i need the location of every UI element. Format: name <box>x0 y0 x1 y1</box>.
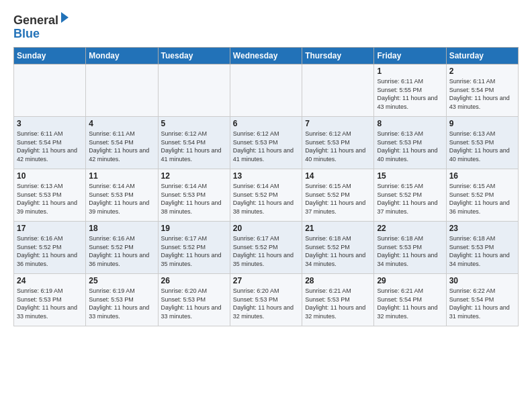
day-info: Sunrise: 6:14 AM Sunset: 5:53 PM Dayligh… <box>89 182 154 216</box>
week-row-5: 24Sunrise: 6:19 AM Sunset: 5:53 PM Dayli… <box>14 274 519 326</box>
day-number: 18 <box>89 224 154 233</box>
svg-text:Blue: Blue <box>13 27 40 40</box>
day-cell: 25Sunrise: 6:19 AM Sunset: 5:53 PM Dayli… <box>86 274 158 326</box>
day-cell: 7Sunrise: 6:12 AM Sunset: 5:53 PM Daylig… <box>302 117 374 169</box>
day-cell <box>86 64 158 117</box>
day-number: 24 <box>17 276 83 285</box>
day-number: 11 <box>89 171 154 181</box>
day-cell: 4Sunrise: 6:11 AM Sunset: 5:54 PM Daylig… <box>86 117 158 169</box>
day-cell: 19Sunrise: 6:17 AM Sunset: 5:52 PM Dayli… <box>158 222 230 274</box>
day-info: Sunrise: 6:20 AM Sunset: 5:53 PM Dayligh… <box>233 287 299 320</box>
day-number: 20 <box>233 224 299 233</box>
day-header-wednesday: Wednesday <box>230 48 302 64</box>
day-number: 14 <box>305 171 371 181</box>
day-cell: 17Sunrise: 6:16 AM Sunset: 5:52 PM Dayli… <box>14 222 86 274</box>
day-cell: 18Sunrise: 6:16 AM Sunset: 5:52 PM Dayli… <box>86 222 158 274</box>
day-number: 12 <box>161 171 227 181</box>
day-header-sunday: Sunday <box>14 48 86 64</box>
day-cell: 12Sunrise: 6:14 AM Sunset: 5:53 PM Dayli… <box>158 169 230 222</box>
day-info: Sunrise: 6:22 AM Sunset: 5:54 PM Dayligh… <box>449 287 515 320</box>
day-info: Sunrise: 6:16 AM Sunset: 5:52 PM Dayligh… <box>17 234 83 268</box>
header-row: SundayMondayTuesdayWednesdayThursdayFrid… <box>14 48 519 64</box>
day-info: Sunrise: 6:19 AM Sunset: 5:53 PM Dayligh… <box>17 287 83 320</box>
day-cell: 6Sunrise: 6:12 AM Sunset: 5:53 PM Daylig… <box>230 117 302 169</box>
day-info: Sunrise: 6:14 AM Sunset: 5:53 PM Dayligh… <box>161 182 227 216</box>
day-number: 13 <box>233 171 299 181</box>
day-number: 1 <box>377 66 443 76</box>
day-cell: 23Sunrise: 6:18 AM Sunset: 5:53 PM Dayli… <box>446 222 518 274</box>
day-cell: 26Sunrise: 6:20 AM Sunset: 5:53 PM Dayli… <box>158 274 230 326</box>
week-row-3: 10Sunrise: 6:13 AM Sunset: 5:53 PM Dayli… <box>14 169 519 222</box>
day-number: 22 <box>377 224 443 233</box>
day-cell: 2Sunrise: 6:11 AM Sunset: 5:54 PM Daylig… <box>446 64 518 117</box>
day-header-friday: Friday <box>374 48 446 64</box>
day-cell: 22Sunrise: 6:18 AM Sunset: 5:53 PM Dayli… <box>374 222 446 274</box>
day-cell <box>158 64 230 117</box>
day-cell: 27Sunrise: 6:20 AM Sunset: 5:53 PM Dayli… <box>230 274 302 326</box>
calendar-header: SundayMondayTuesdayWednesdayThursdayFrid… <box>14 48 519 64</box>
day-info: Sunrise: 6:15 AM Sunset: 5:52 PM Dayligh… <box>377 182 443 216</box>
day-number: 21 <box>305 224 371 233</box>
day-number: 4 <box>89 119 154 128</box>
day-header-monday: Monday <box>86 48 158 64</box>
day-cell: 11Sunrise: 6:14 AM Sunset: 5:53 PM Dayli… <box>86 169 158 222</box>
page: GeneralBlue SundayMondayTuesdayWednesday… <box>0 0 532 333</box>
day-number: 28 <box>305 276 371 285</box>
day-cell: 21Sunrise: 6:18 AM Sunset: 5:52 PM Dayli… <box>302 222 374 274</box>
day-cell: 1Sunrise: 6:11 AM Sunset: 5:55 PM Daylig… <box>374 64 446 117</box>
day-number: 9 <box>449 119 515 128</box>
day-cell <box>14 64 86 117</box>
day-number: 30 <box>449 276 515 285</box>
logo-svg: GeneralBlue <box>13 11 74 43</box>
day-header-saturday: Saturday <box>446 48 518 64</box>
day-number: 6 <box>233 119 299 128</box>
day-header-tuesday: Tuesday <box>158 48 230 64</box>
day-info: Sunrise: 6:12 AM Sunset: 5:53 PM Dayligh… <box>305 130 371 163</box>
day-info: Sunrise: 6:16 AM Sunset: 5:52 PM Dayligh… <box>89 234 154 268</box>
day-number: 10 <box>17 171 83 181</box>
day-info: Sunrise: 6:18 AM Sunset: 5:53 PM Dayligh… <box>449 234 515 268</box>
day-cell: 8Sunrise: 6:13 AM Sunset: 5:53 PM Daylig… <box>374 117 446 169</box>
calendar-table: SundayMondayTuesdayWednesdayThursdayFrid… <box>13 47 519 326</box>
day-info: Sunrise: 6:13 AM Sunset: 5:53 PM Dayligh… <box>17 182 83 216</box>
day-info: Sunrise: 6:12 AM Sunset: 5:54 PM Dayligh… <box>161 130 227 163</box>
day-info: Sunrise: 6:14 AM Sunset: 5:52 PM Dayligh… <box>233 182 299 216</box>
day-info: Sunrise: 6:13 AM Sunset: 5:53 PM Dayligh… <box>449 130 515 163</box>
day-cell: 14Sunrise: 6:15 AM Sunset: 5:52 PM Dayli… <box>302 169 374 222</box>
day-cell <box>230 64 302 117</box>
day-info: Sunrise: 6:17 AM Sunset: 5:52 PM Dayligh… <box>233 234 299 268</box>
day-cell: 16Sunrise: 6:15 AM Sunset: 5:52 PM Dayli… <box>446 169 518 222</box>
day-cell: 9Sunrise: 6:13 AM Sunset: 5:53 PM Daylig… <box>446 117 518 169</box>
day-cell: 10Sunrise: 6:13 AM Sunset: 5:53 PM Dayli… <box>14 169 86 222</box>
day-cell: 15Sunrise: 6:15 AM Sunset: 5:52 PM Dayli… <box>374 169 446 222</box>
day-info: Sunrise: 6:15 AM Sunset: 5:52 PM Dayligh… <box>305 182 371 216</box>
svg-text:General: General <box>13 13 58 27</box>
day-info: Sunrise: 6:17 AM Sunset: 5:52 PM Dayligh… <box>161 234 227 268</box>
day-info: Sunrise: 6:20 AM Sunset: 5:53 PM Dayligh… <box>161 287 227 320</box>
day-number: 5 <box>161 119 227 128</box>
day-info: Sunrise: 6:19 AM Sunset: 5:53 PM Dayligh… <box>89 287 154 320</box>
day-number: 19 <box>161 224 227 233</box>
day-cell: 28Sunrise: 6:21 AM Sunset: 5:53 PM Dayli… <box>302 274 374 326</box>
day-number: 29 <box>377 276 443 285</box>
week-row-1: 1Sunrise: 6:11 AM Sunset: 5:55 PM Daylig… <box>14 64 519 117</box>
day-number: 27 <box>233 276 299 285</box>
svg-marker-1 <box>61 12 69 23</box>
day-number: 25 <box>89 276 154 285</box>
day-number: 23 <box>449 224 515 233</box>
day-info: Sunrise: 6:18 AM Sunset: 5:52 PM Dayligh… <box>305 234 371 268</box>
day-number: 15 <box>377 171 443 181</box>
day-number: 7 <box>305 119 371 128</box>
day-number: 17 <box>17 224 83 233</box>
day-number: 3 <box>17 119 83 128</box>
day-info: Sunrise: 6:21 AM Sunset: 5:54 PM Dayligh… <box>377 287 443 320</box>
day-info: Sunrise: 6:21 AM Sunset: 5:53 PM Dayligh… <box>305 287 371 320</box>
day-cell: 20Sunrise: 6:17 AM Sunset: 5:52 PM Dayli… <box>230 222 302 274</box>
day-info: Sunrise: 6:18 AM Sunset: 5:53 PM Dayligh… <box>377 234 443 268</box>
day-cell: 24Sunrise: 6:19 AM Sunset: 5:53 PM Dayli… <box>14 274 86 326</box>
day-cell: 3Sunrise: 6:11 AM Sunset: 5:54 PM Daylig… <box>14 117 86 169</box>
day-cell: 30Sunrise: 6:22 AM Sunset: 5:54 PM Dayli… <box>446 274 518 326</box>
week-row-2: 3Sunrise: 6:11 AM Sunset: 5:54 PM Daylig… <box>14 117 519 169</box>
calendar-body: 1Sunrise: 6:11 AM Sunset: 5:55 PM Daylig… <box>14 64 519 326</box>
day-cell: 5Sunrise: 6:12 AM Sunset: 5:54 PM Daylig… <box>158 117 230 169</box>
